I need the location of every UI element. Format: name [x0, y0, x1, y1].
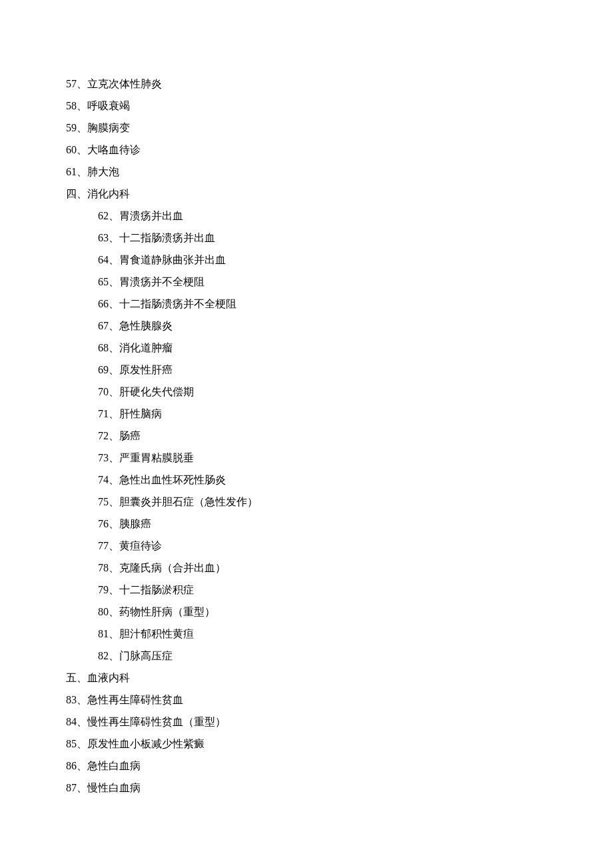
list-item: 84、慢性再生障碍性贫血（重型） [66, 717, 613, 727]
list-item: 82、门脉高压症 [66, 651, 613, 661]
list-item: 79、十二指肠淤积症 [66, 585, 613, 595]
list-item: 66、十二指肠溃疡并不全梗阻 [66, 299, 613, 309]
list-item: 70、肝硬化失代偿期 [66, 387, 613, 397]
list-item: 71、肝性脑病 [66, 409, 613, 419]
list-item: 86、急性白血病 [66, 761, 613, 771]
list-item: 80、药物性肝病（重型） [66, 607, 613, 617]
list-item: 62、胃溃疡并出血 [66, 211, 613, 221]
list-item: 64、胃食道静脉曲张并出血 [66, 255, 613, 265]
list-item: 68、消化道肿瘤 [66, 343, 613, 353]
document-content: 57、立克次体性肺炎58、呼吸衰竭59、胸膜病变60、大咯血待诊61、肺大泡四、… [66, 79, 613, 793]
list-item: 59、胸膜病变 [66, 123, 613, 133]
list-item: 87、慢性白血病 [66, 783, 613, 793]
list-item: 五、血液内科 [66, 673, 613, 683]
list-item: 77、黄疸待诊 [66, 541, 613, 551]
list-item: 58、呼吸衰竭 [66, 101, 613, 111]
list-item: 61、肺大泡 [66, 167, 613, 177]
list-item: 76、胰腺癌 [66, 519, 613, 529]
list-item: 74、急性出血性坏死性肠炎 [66, 475, 613, 485]
list-item: 78、克隆氏病（合并出血） [66, 563, 613, 573]
list-item: 73、严重胃粘膜脱垂 [66, 453, 613, 463]
list-item: 85、原发性血小板减少性紫癜 [66, 739, 613, 749]
list-item: 65、胃溃疡并不全梗阻 [66, 277, 613, 287]
list-item: 57、立克次体性肺炎 [66, 79, 613, 89]
list-item: 60、大咯血待诊 [66, 145, 613, 155]
list-item: 72、肠癌 [66, 431, 613, 441]
list-item: 81、胆汁郁积性黄疸 [66, 629, 613, 639]
list-item: 83、急性再生障碍性贫血 [66, 695, 613, 705]
list-item: 63、十二指肠溃疡并出血 [66, 233, 613, 243]
list-item: 75、胆囊炎并胆石症（急性发作） [66, 497, 613, 507]
list-item: 67、急性胰腺炎 [66, 321, 613, 331]
list-item: 四、消化内科 [66, 189, 613, 199]
list-item: 69、原发性肝癌 [66, 365, 613, 375]
